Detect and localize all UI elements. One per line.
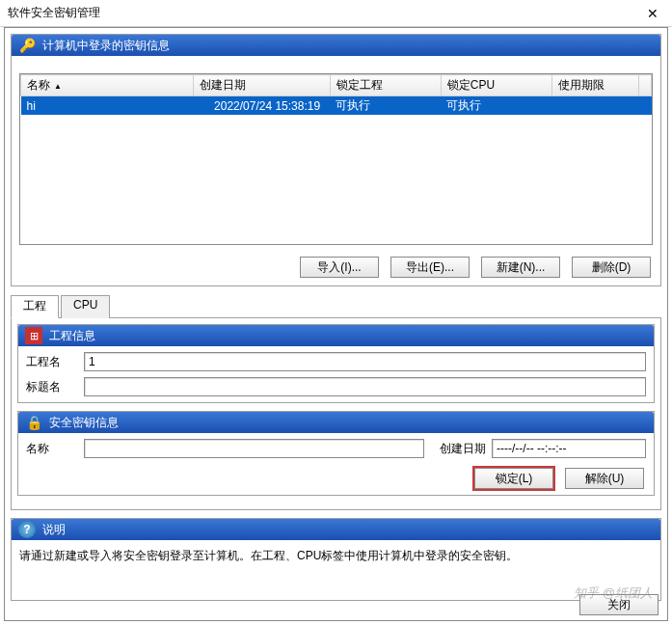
tab-cpu[interactable]: CPU <box>61 295 110 318</box>
tab-body: ⊞ 工程信息 工程名 标题名 安全密钥信息 名称 创建日期 <box>11 318 661 510</box>
cell-created: 2022/07/24 15:38:19 <box>193 96 330 116</box>
key-table: 名称▲ 创建日期 锁定工程 锁定CPU 使用期限 hi 2022/07/24 1… <box>20 74 652 115</box>
cell-period <box>552 96 639 116</box>
cell-lock-proj: 可执行 <box>330 96 441 116</box>
sort-asc-icon: ▲ <box>54 82 62 91</box>
title-bar: 软件安全密钥管理 ✕ <box>0 0 672 27</box>
close-icon[interactable]: ✕ <box>633 0 672 26</box>
sec-created-field <box>492 439 646 458</box>
delete-button[interactable]: 删除(D) <box>572 257 651 278</box>
lock-icon <box>20 412 47 433</box>
tab-strip: 工程 CPU <box>11 294 661 318</box>
window-body: 计算机中登录的密钥信息 名称▲ 创建日期 锁定工程 锁定CPU 使用期限 <box>4 27 668 621</box>
help-title: 说明 <box>40 522 66 538</box>
sec-name-label: 名称 <box>26 441 78 457</box>
question-icon: ? <box>13 519 40 540</box>
col-spacer <box>638 75 651 96</box>
security-info-header: 安全密钥信息 <box>18 412 654 433</box>
tab-project[interactable]: 工程 <box>11 295 59 318</box>
key-list-section: 计算机中登录的密钥信息 名称▲ 创建日期 锁定工程 锁定CPU 使用期限 <box>11 34 661 286</box>
sec-name-field <box>84 439 424 458</box>
project-info-header: ⊞ 工程信息 <box>18 325 654 346</box>
col-lock-cpu[interactable]: 锁定CPU <box>441 75 552 96</box>
new-button[interactable]: 新建(N)... <box>481 257 560 278</box>
help-section: ? 说明 请通过新建或导入将安全密钥登录至计算机。在工程、CPU标签中使用计算机… <box>11 518 661 601</box>
security-info-section: 安全密钥信息 名称 创建日期 锁定(L) 解除(U) <box>17 411 655 496</box>
key-list-title: 计算机中登录的密钥信息 <box>40 38 170 54</box>
help-text: 请通过新建或导入将安全密钥登录至计算机。在工程、CPU标签中使用计算机中登录的安… <box>12 540 660 572</box>
sec-created-label: 创建日期 <box>440 441 486 457</box>
export-button[interactable]: 导出(E)... <box>390 257 470 278</box>
col-name[interactable]: 名称▲ <box>21 75 194 96</box>
lock-button[interactable]: 锁定(L) <box>474 468 553 489</box>
key-table-container: 名称▲ 创建日期 锁定工程 锁定CPU 使用期限 hi 2022/07/24 1… <box>19 73 653 245</box>
security-info-title: 安全密钥信息 <box>47 415 119 431</box>
close-button[interactable]: 关闭 <box>579 594 659 615</box>
col-lock-proj[interactable]: 锁定工程 <box>330 75 441 96</box>
project-info-section: ⊞ 工程信息 工程名 标题名 <box>17 324 655 403</box>
project-info-title: 工程信息 <box>47 328 95 344</box>
window-title: 软件安全密钥管理 <box>8 5 100 21</box>
cell-lock-cpu: 可执行 <box>441 96 552 116</box>
unlock-button[interactable]: 解除(U) <box>565 468 644 489</box>
project-title-field <box>84 377 646 396</box>
key-list-buttons: 导入(I)... 导出(E)... 新建(N)... 删除(D) <box>12 253 660 285</box>
help-header: ? 说明 <box>12 519 660 540</box>
key-list-header: 计算机中登录的密钥信息 <box>12 35 660 56</box>
col-created[interactable]: 创建日期 <box>193 75 330 96</box>
project-title-label: 标题名 <box>26 379 78 395</box>
project-icon: ⊞ <box>20 325 47 346</box>
project-name-label: 工程名 <box>26 354 78 370</box>
key-icon <box>13 35 40 56</box>
cell-name: hi <box>21 96 194 116</box>
col-period[interactable]: 使用期限 <box>552 75 639 96</box>
table-row[interactable]: hi 2022/07/24 15:38:19 可执行 可执行 <box>21 96 652 116</box>
import-button[interactable]: 导入(I)... <box>300 257 379 278</box>
project-name-field <box>84 352 646 371</box>
